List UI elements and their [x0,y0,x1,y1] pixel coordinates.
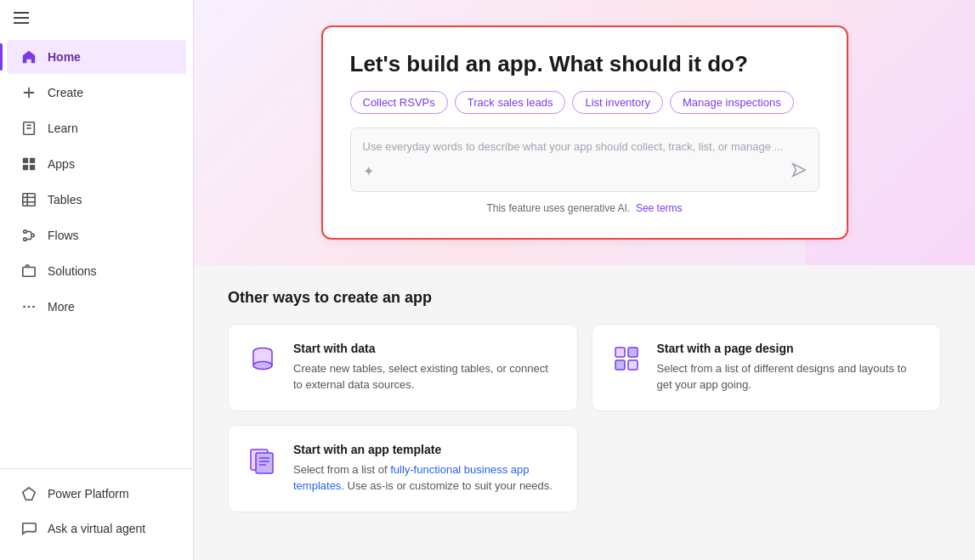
ai-sparkle-icon: ✦ [363,163,374,179]
sidebar-nav: Home Create Learn Apps T [0,36,193,468]
ai-card: Let's build an app. What should it do? C… [321,25,848,240]
power-platform-label: Power Platform [48,487,129,501]
ai-terms-link[interactable]: See terms [636,202,683,214]
flows-icon [20,227,37,244]
plus-icon [20,84,37,101]
cylinder-icon [246,342,280,376]
sidebar-item-learn[interactable]: Learn [7,111,186,145]
card-start-template-desc: Select from a list of fully-functional b… [293,461,560,495]
apps-icon [20,156,37,173]
pill-inventory[interactable]: List inventory [572,91,663,114]
ai-input-placeholder: Use everyday words to describe what your… [363,139,807,156]
sidebar-item-tables[interactable]: Tables [7,183,186,217]
pill-rsvp[interactable]: Collect RSVPs [350,91,448,114]
svg-rect-4 [30,158,35,163]
sidebar-item-label: Solutions [48,264,97,278]
svg-rect-14 [23,268,35,277]
svg-point-12 [31,234,35,237]
svg-point-17 [32,306,35,308]
cards-grid: Start with data Create new tables, selec… [228,324,941,512]
svg-rect-3 [23,158,28,163]
ai-input-area[interactable]: Use everyday words to describe what your… [350,127,819,192]
ai-send-icon[interactable] [791,162,807,181]
sidebar-item-power-platform[interactable]: Power Platform [7,477,186,511]
sidebar-footer: Power Platform Ask a virtual agent [0,468,193,560]
card-start-page-desc: Select from a list of different designs … [657,360,924,393]
svg-point-15 [23,306,26,308]
card-start-template-title: Start with an app template [293,443,560,456]
pill-inspections[interactable]: Manage inspections [670,91,794,114]
card-start-page-title: Start with a page design [657,342,924,355]
sidebar-item-label: Home [48,50,81,64]
card-start-template-content: Start with an app template Select from a… [293,443,560,495]
chat-icon [20,520,37,537]
sidebar-item-label: Flows [48,229,79,242]
ai-card-title: Let's build an app. What should it do? [350,51,819,77]
svg-rect-5 [23,165,28,170]
other-ways-title: Other ways to create an app [228,289,941,307]
suggestion-pills: Collect RSVPs Track sales leads List inv… [350,91,819,114]
card-start-template[interactable]: Start with an app template Select from a… [228,425,578,512]
sidebar-item-solutions[interactable]: Solutions [7,254,186,288]
hamburger-menu-icon[interactable] [14,12,29,24]
svg-rect-6 [30,165,35,170]
more-icon [20,298,37,315]
ai-terms: This feature uses generative AI. See ter… [350,202,819,214]
template-icon [246,443,280,477]
svg-marker-19 [792,163,804,175]
svg-rect-30 [256,453,273,473]
sidebar-item-label: Create [48,86,83,99]
svg-marker-18 [23,488,35,500]
sidebar: Home Create Learn Apps T [0,0,194,560]
hero-section: 🐟 ✦ ✦ Let's build an app. What should it… [194,0,975,265]
ask-agent-label: Ask a virtual agent [48,522,145,535]
sidebar-item-more[interactable]: More [7,290,186,324]
table-icon [20,191,37,208]
svg-rect-27 [615,360,625,370]
sidebar-item-label: Apps [48,157,75,171]
home-icon [20,48,37,65]
sidebar-item-label: Learn [48,122,78,135]
sidebar-item-apps[interactable]: Apps [7,147,186,181]
pill-sales[interactable]: Track sales leads [455,91,566,114]
main-content: 🐟 ✦ ✦ Let's build an app. What should it… [194,0,975,560]
svg-point-13 [24,238,27,241]
svg-rect-26 [628,348,638,357]
svg-rect-7 [23,194,35,206]
card-start-data-desc: Create new tables, select existing table… [293,360,560,393]
card-start-data[interactable]: Start with data Create new tables, selec… [228,324,578,411]
svg-point-11 [24,230,27,234]
ai-input-footer: ✦ [363,162,807,181]
sidebar-header [0,0,193,36]
solutions-icon [20,263,37,280]
grid-layout-icon [609,342,643,376]
sidebar-item-label: More [48,300,75,314]
template-link[interactable]: fully-functional business app templates [293,463,529,493]
sidebar-item-label: Tables [48,193,82,206]
card-start-data-title: Start with data [293,342,560,355]
card-start-page[interactable]: Start with a page design Select from a l… [592,324,942,411]
book-icon [20,120,37,137]
sidebar-item-ask-agent[interactable]: Ask a virtual agent [7,512,186,546]
svg-point-22 [253,361,272,369]
sidebar-item-flows[interactable]: Flows [7,218,186,252]
card-start-page-content: Start with a page design Select from a l… [657,342,924,393]
svg-point-16 [28,306,31,308]
ai-terms-text: This feature uses generative AI. [486,202,630,214]
sidebar-item-home[interactable]: Home [7,40,186,74]
svg-rect-28 [628,360,638,370]
power-platform-icon [20,485,37,502]
other-ways-section: Other ways to create an app Start with d… [194,265,975,536]
sidebar-item-create[interactable]: Create [7,76,186,110]
card-start-data-content: Start with data Create new tables, selec… [293,342,560,393]
svg-rect-25 [615,348,625,357]
